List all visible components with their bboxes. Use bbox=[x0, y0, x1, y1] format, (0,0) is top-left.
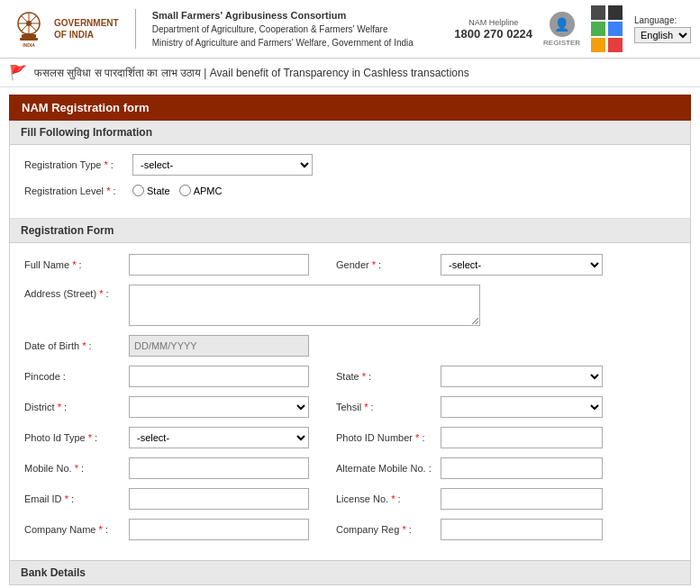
language-selector: Language: English हिंदी bbox=[634, 15, 691, 43]
alt-mobile-group: Alternate Mobile No. : bbox=[336, 457, 603, 479]
alt-mobile-input[interactable] bbox=[441, 457, 603, 479]
form-title: NAM Registration form bbox=[22, 101, 150, 114]
state-group: State * : bbox=[336, 366, 603, 387]
ashoka-emblem-icon: INDIA bbox=[9, 9, 49, 49]
email-label: Email ID * : bbox=[24, 493, 123, 504]
bank-details-section[interactable]: Bank Details bbox=[10, 560, 690, 584]
fill-info-header: Fill Following Information bbox=[10, 121, 690, 145]
district-label: District * : bbox=[24, 402, 123, 412]
mobile-row: Mobile No. * : Alternate Mobile No. : bbox=[24, 457, 676, 479]
pincode-state-row: Pincode : State * : bbox=[24, 366, 676, 387]
state-label: State * : bbox=[336, 371, 435, 382]
header-right: NAM Helpline 1800 270 0224 👤 REGISTER La… bbox=[454, 5, 691, 52]
state-radio[interactable] bbox=[132, 185, 144, 196]
photo-id-type-label: Photo Id Type * : bbox=[24, 432, 123, 443]
color-box-6[interactable] bbox=[608, 38, 623, 52]
form-container: Fill Following Information Registration … bbox=[9, 121, 691, 585]
language-dropdown[interactable]: English हिंदी bbox=[634, 27, 691, 43]
license-input[interactable] bbox=[441, 488, 603, 510]
reg-form-header: Registration Form bbox=[10, 219, 690, 243]
marquee-flag-icon: 🚩 bbox=[9, 64, 27, 81]
district-select[interactable] bbox=[129, 396, 309, 418]
photo-id-number-input[interactable] bbox=[441, 427, 603, 448]
tehsil-group: Tehsil * : bbox=[336, 396, 603, 418]
dob-group: Date of Birth * : bbox=[24, 335, 309, 357]
state-radio-label[interactable]: State bbox=[132, 185, 170, 196]
mobile-label: Mobile No. * : bbox=[24, 463, 123, 474]
dob-row: Date of Birth * : bbox=[24, 335, 676, 357]
address-label: Address (Street) * : bbox=[24, 285, 123, 299]
photo-id-row: Photo Id Type * : -select- Aadhar Card P… bbox=[24, 427, 676, 448]
email-license-row: Email ID * : License No. * : bbox=[24, 488, 676, 510]
alt-mobile-label: Alternate Mobile No. : bbox=[336, 463, 435, 474]
svg-text:INDIA: INDIA bbox=[23, 42, 35, 48]
address-row: Address (Street) * : bbox=[24, 285, 676, 326]
register-button[interactable]: 👤 REGISTER bbox=[543, 12, 580, 47]
color-box-2[interactable] bbox=[608, 5, 623, 20]
registration-type-select[interactable]: -select- Farmer Trader Commission Agent … bbox=[132, 154, 313, 176]
email-input[interactable] bbox=[129, 488, 309, 510]
marquee-text: फसलस सुविधा स पारदार्शिता का लाभ उठाय | … bbox=[34, 67, 469, 79]
registration-level-row: Registration Level * : State APMC bbox=[24, 185, 676, 196]
company-reg-input[interactable] bbox=[441, 519, 603, 540]
header-divider bbox=[135, 9, 136, 49]
district-group: District * : bbox=[24, 396, 309, 418]
header: INDIA GOVERNMENT OF INDIA Small Farmers'… bbox=[0, 0, 700, 59]
registration-type-section: Registration Type * : -select- Farmer Tr… bbox=[10, 145, 690, 219]
address-textarea[interactable] bbox=[129, 285, 480, 326]
company-reg-label: Company Reg * : bbox=[336, 524, 435, 535]
mobile-input[interactable] bbox=[129, 457, 309, 479]
form-title-bar: NAM Registration form bbox=[9, 95, 691, 121]
color-box-1[interactable] bbox=[591, 5, 605, 20]
license-label: License No. * : bbox=[336, 493, 435, 504]
helpline-info: NAM Helpline 1800 270 0224 bbox=[454, 18, 532, 41]
gender-select[interactable]: -select- Male Female Other bbox=[441, 254, 603, 276]
company-name-group: Company Name * : bbox=[24, 519, 309, 540]
name-gender-row: Full Name * : Gender * : -select- Male F… bbox=[24, 254, 676, 276]
photo-id-number-label: Photo ID Number * : bbox=[336, 432, 435, 443]
svg-rect-6 bbox=[22, 34, 36, 38]
reg-type-label: Registration Type * : bbox=[24, 159, 123, 170]
address-group: Address (Street) * : bbox=[24, 285, 480, 326]
dob-input[interactable] bbox=[129, 335, 309, 357]
pincode-group: Pincode : bbox=[24, 366, 309, 387]
bank-details-label: Bank Details bbox=[21, 566, 86, 579]
color-box-4[interactable] bbox=[608, 22, 623, 36]
pincode-label: Pincode : bbox=[24, 371, 123, 382]
color-box-3[interactable] bbox=[591, 22, 605, 36]
tehsil-label: Tehsil * : bbox=[336, 402, 435, 412]
state-select[interactable] bbox=[441, 366, 603, 387]
person-icon: 👤 bbox=[550, 12, 575, 37]
company-name-input[interactable] bbox=[129, 519, 309, 540]
full-name-input[interactable] bbox=[129, 254, 309, 276]
register-label: REGISTER bbox=[543, 39, 580, 47]
registration-level-radio-group: State APMC bbox=[132, 185, 222, 196]
language-label: Language: bbox=[634, 15, 677, 25]
company-name-label: Company Name * : bbox=[24, 524, 123, 535]
reg-form-section: Full Name * : Gender * : -select- Male F… bbox=[10, 243, 690, 560]
full-name-label: Full Name * : bbox=[24, 259, 123, 270]
helpline-label: NAM Helpline bbox=[454, 18, 532, 27]
pincode-input[interactable] bbox=[129, 366, 309, 387]
marquee-bar: 🚩 फसलस सुविधा स पारदार्शिता का लाभ उठाय … bbox=[0, 59, 700, 87]
full-name-group: Full Name * : bbox=[24, 254, 309, 276]
district-tehsil-row: District * : Tehsil * : bbox=[24, 396, 676, 418]
apmc-radio[interactable] bbox=[179, 185, 191, 196]
tehsil-select[interactable] bbox=[441, 396, 603, 418]
reg-level-label: Registration Level * : bbox=[24, 185, 123, 196]
color-theme-boxes bbox=[591, 5, 623, 52]
registration-type-row: Registration Type * : -select- Farmer Tr… bbox=[24, 154, 676, 176]
photo-id-type-group: Photo Id Type * : -select- Aadhar Card P… bbox=[24, 427, 309, 448]
government-name: GOVERNMENT OF INDIA bbox=[54, 17, 119, 41]
license-group: License No. * : bbox=[336, 488, 603, 510]
color-box-5[interactable] bbox=[591, 38, 605, 52]
mobile-group: Mobile No. * : bbox=[24, 457, 309, 479]
government-logo: INDIA GOVERNMENT OF INDIA bbox=[9, 9, 119, 49]
photo-id-number-group: Photo ID Number * : bbox=[336, 427, 603, 448]
gender-label: Gender * : bbox=[336, 259, 435, 270]
company-row: Company Name * : Company Reg * : bbox=[24, 519, 676, 540]
company-reg-group: Company Reg * : bbox=[336, 519, 603, 540]
gender-group: Gender * : -select- Male Female Other bbox=[336, 254, 603, 276]
apmc-radio-label[interactable]: APMC bbox=[179, 185, 223, 196]
photo-id-type-select[interactable]: -select- Aadhar Card PAN Card Voter ID P… bbox=[129, 427, 309, 448]
